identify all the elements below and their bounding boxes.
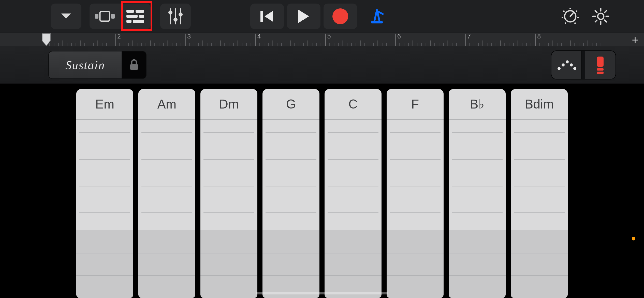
chord-zones[interactable]	[76, 120, 133, 298]
timeline-ruler[interactable]: 2345678 +	[0, 33, 644, 46]
chord-bass-zone[interactable]	[511, 230, 568, 298]
chord-string-line[interactable]	[79, 159, 130, 160]
svg-point-174	[566, 60, 569, 63]
svg-rect-15	[260, 11, 263, 22]
sustain-lock-button[interactable]	[122, 51, 147, 79]
chord-string-line[interactable]	[514, 159, 565, 160]
chord-zones[interactable]	[387, 120, 444, 298]
chord-string-line[interactable]	[141, 186, 192, 186]
chord-string-line[interactable]	[390, 186, 441, 186]
chord-string-line[interactable]	[514, 212, 565, 213]
view-live-loops-button[interactable]	[90, 4, 120, 29]
chord-zones[interactable]	[138, 120, 195, 298]
chord-strip[interactable]: F	[387, 89, 444, 298]
chord-strip-icon	[596, 56, 605, 74]
chord-string-line[interactable]	[266, 186, 316, 186]
chord-bass-zone[interactable]	[262, 230, 319, 298]
svg-point-27	[563, 10, 565, 12]
chord-zones[interactable]	[325, 120, 382, 298]
chord-string-line[interactable]	[203, 159, 254, 160]
svg-point-12	[168, 10, 172, 15]
record-button[interactable]	[324, 4, 357, 29]
play-button[interactable]	[287, 4, 320, 29]
svg-rect-7	[126, 20, 131, 23]
chord-strip[interactable]: Am	[138, 89, 195, 298]
go-to-start-button[interactable]	[250, 4, 284, 29]
chord-zones[interactable]	[262, 120, 319, 298]
song-settings-button[interactable]	[591, 6, 611, 26]
sustain-button[interactable]: Sustain	[48, 51, 122, 79]
chord-zones[interactable]	[449, 120, 506, 298]
svg-point-173	[562, 63, 565, 66]
svg-point-172	[558, 67, 561, 70]
chord-string-line[interactable]	[141, 132, 192, 133]
layout-chord-strips-button[interactable]	[585, 51, 616, 79]
svg-line-34	[605, 20, 606, 22]
chord-string-line[interactable]	[514, 186, 565, 186]
chord-string-line[interactable]	[203, 132, 254, 133]
svg-rect-177	[597, 57, 604, 67]
chord-string-line[interactable]	[390, 159, 441, 160]
metronome-button[interactable]	[360, 4, 394, 29]
chord-string-line[interactable]	[141, 159, 192, 160]
chord-strip[interactable]: C	[325, 89, 382, 298]
chord-zones[interactable]	[511, 120, 568, 298]
skip-back-icon	[260, 10, 274, 23]
chord-string-line[interactable]	[203, 212, 254, 213]
svg-rect-1	[100, 11, 110, 21]
chord-string-line[interactable]	[452, 132, 503, 133]
chord-strip[interactable]: G	[262, 89, 319, 298]
chord-string-line[interactable]	[452, 159, 503, 160]
chord-label: Em	[76, 89, 133, 120]
chord-string-line[interactable]	[328, 159, 378, 160]
chord-string-line[interactable]	[266, 212, 316, 213]
chord-strip[interactable]: Dm	[200, 89, 257, 298]
add-section-button[interactable]: +	[629, 33, 641, 47]
svg-text:2: 2	[117, 33, 121, 40]
chord-string-line[interactable]	[514, 132, 565, 133]
instrument-settings-button[interactable]	[560, 6, 580, 26]
svg-line-35	[605, 11, 606, 12]
chord-bass-zone[interactable]	[138, 230, 195, 298]
chord-zones[interactable]	[200, 120, 257, 298]
sustain-control: Sustain	[48, 51, 147, 79]
chord-string-line[interactable]	[328, 132, 378, 133]
svg-point-16	[332, 8, 348, 24]
chord-string-line[interactable]	[390, 212, 441, 213]
chord-string-line[interactable]	[79, 132, 130, 133]
track-controls-button[interactable]	[160, 4, 191, 29]
svg-rect-2	[111, 14, 115, 19]
view-tracks-button[interactable]	[120, 4, 151, 29]
chord-bass-zone[interactable]	[200, 230, 257, 298]
svg-point-14	[179, 12, 183, 17]
layout-arpeggio-button[interactable]	[551, 51, 582, 79]
chord-string-line[interactable]	[79, 212, 130, 213]
chord-label: C	[325, 89, 382, 120]
chord-bass-zone[interactable]	[449, 230, 506, 298]
chord-string-line[interactable]	[203, 186, 254, 186]
chord-bass-zone[interactable]	[387, 230, 444, 298]
chord-strip[interactable]: B♭	[449, 89, 506, 298]
browser-dropdown-button[interactable]	[51, 4, 81, 29]
svg-point-23	[577, 17, 579, 18]
chord-string-line[interactable]	[328, 186, 378, 186]
chord-string-line[interactable]	[328, 212, 378, 213]
chord-string-line[interactable]	[266, 132, 316, 133]
chord-string-line[interactable]	[452, 186, 503, 186]
lock-icon	[129, 59, 139, 71]
sliders-icon	[168, 7, 183, 25]
chord-bass-zone[interactable]	[76, 230, 133, 298]
chord-bass-zone[interactable]	[325, 230, 382, 298]
svg-rect-4	[136, 10, 144, 13]
svg-point-22	[576, 10, 577, 12]
svg-text:7: 7	[467, 33, 471, 40]
chord-string-line[interactable]	[266, 159, 316, 160]
svg-line-33	[595, 11, 597, 12]
chord-string-line[interactable]	[452, 212, 503, 213]
chord-string-line[interactable]	[390, 132, 441, 133]
chord-strip[interactable]: Bdim	[511, 89, 568, 298]
svg-rect-17	[371, 21, 383, 23]
chord-strip[interactable]: Em	[76, 89, 133, 298]
chord-string-line[interactable]	[141, 212, 192, 213]
chord-string-line[interactable]	[79, 186, 130, 186]
